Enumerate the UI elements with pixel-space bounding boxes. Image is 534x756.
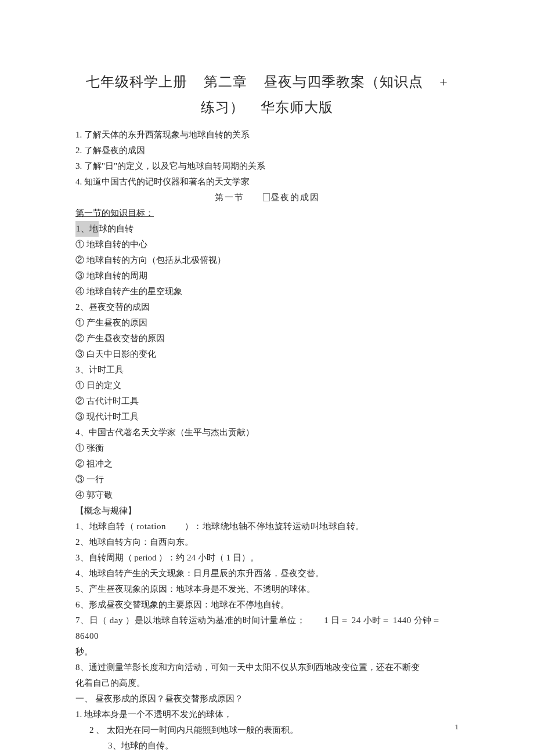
concept-7a: 7、日（ day ）是以地球自转运动为基准的时间计量单位； (75, 616, 305, 625)
outline-h4: 4、中国古代著名天文学家（生平与杰出贡献） (75, 425, 459, 440)
title-text-2a: 练习） (201, 100, 244, 115)
section-header-right: 昼夜的成因 (270, 193, 320, 202)
title-text-1c: 昼夜与四季教案（知识点 (264, 74, 423, 89)
title-text-1d: + (439, 74, 448, 89)
concept-3: 3、自转周期（ period ）：约 24 小时（ 1 日）。 (75, 550, 459, 566)
title-text-1a: 七年级科学上册 (86, 74, 187, 89)
outline-h2a: ① 产生昼夜的原因 (75, 315, 459, 331)
concept-5: 5、产生昼夜现象的原因：地球本身是不发光、不透明的球体。 (75, 581, 459, 597)
title-line-1: 七年级科学上册第二章昼夜与四季教案（知识点+ (75, 73, 459, 91)
section-header: 第一节昼夜的成因 (75, 190, 459, 205)
outline-h3c: ③ 现代计时工具 (75, 409, 459, 425)
section-header-left: 第一节 (215, 193, 244, 202)
outline-h4d: ④ 郭守敬 (75, 487, 459, 503)
page-number: 1 (455, 722, 459, 732)
outline-h4a: ① 张衡 (75, 440, 459, 456)
question-1-answer-1: 1. 地球本身是一个不透明不发光的球体， (75, 707, 459, 722)
title-text-2b: 华东师大版 (261, 100, 333, 115)
goals-label-text: 第一节的知识目标： (75, 208, 154, 218)
outline-h3b: ② 古代计时工具 (75, 393, 459, 409)
title-text-1b: 第二章 (204, 74, 247, 89)
concept-1b: ）：地球绕地轴不停地旋转运动叫地球自转。 (185, 522, 365, 531)
outline-h4b: ② 祖冲之 (75, 456, 459, 472)
intro-item-1: 1. 了解天体的东升西落现象与地球自转的关系 (75, 127, 459, 143)
intro-item-2: 2. 了解昼夜的成因 (75, 143, 459, 158)
title-line-2: 练习）华东师大版 (75, 98, 459, 117)
concept-6: 6、形成昼夜交替现象的主要原因：地球在不停地自转。 (75, 597, 459, 613)
outline-h1a: ① 地球自转的中心 (75, 237, 459, 252)
outline-h3a: ① 日的定义 (75, 378, 459, 393)
outline-h2b: ② 产生昼夜交替的原因 (75, 331, 459, 346)
box-icon (263, 193, 270, 201)
outline-h1d: ④ 地球自转产生的星空现象 (75, 284, 459, 299)
concept-8-line2: 化着自己的高度。 (75, 675, 459, 691)
outline-h1c: ③ 地球自转的周期 (75, 268, 459, 284)
concept-8-line1: 8、通过测量竿影长度和方向活动，可知一天中太阳不仅从东到西地改变位置，还在不断变 (75, 660, 459, 675)
intro-item-4: 4. 知道中国古代的记时仪器和著名的天文学家 (75, 174, 459, 190)
outline-h1: 1、地球的自转 (75, 221, 459, 237)
intro-item-3: 3. 了解"日"的定义，以及它与地球自转周期的关系 (75, 158, 459, 174)
question-2: 二、 地球自转方向？从北极看朝哪个方向？从南极看朝哪个方向？ (75, 754, 459, 756)
question-1: 一、 昼夜形成的原因？昼夜交替形成原因？ (75, 691, 459, 707)
outline-h1b: ② 地球自转的方向（包括从北极俯视） (75, 252, 459, 268)
goals-label: 第一节的知识目标： (75, 205, 459, 221)
outline-h4c: ③ 一行 (75, 472, 459, 487)
highlight-1: 1、地 (75, 221, 99, 237)
concepts-label: 【概念与规律】 (75, 503, 459, 519)
outline-h3: 3、计时工具 (75, 362, 459, 378)
concept-1a: 1、地球自转（ rotation (75, 522, 166, 531)
concept-2: 2、地球自转方向：自西向东。 (75, 534, 459, 550)
question-1-answer-3: 3、地球的自传。 (75, 738, 459, 754)
concept-7-line2: 秒。 (75, 644, 459, 660)
concept-4: 4、地球自转产生的天文现象：日月星辰的东升西落，昼夜交替。 (75, 566, 459, 581)
question-1-answer-2: 2 、 太阳光在同一时间内只能照到地球一般的表面积。 (75, 722, 459, 738)
outline-h2: 2、昼夜交替的成因 (75, 299, 459, 315)
concept-7-line1: 7、日（ day ）是以地球自转运动为基准的时间计量单位；1 日＝ 24 小时＝… (75, 613, 459, 644)
outline-h2c: ③ 白天中日影的变化 (75, 346, 459, 362)
concept-1: 1、地球自转（ rotation）：地球绕地轴不停地旋转运动叫地球自转。 (75, 519, 459, 534)
